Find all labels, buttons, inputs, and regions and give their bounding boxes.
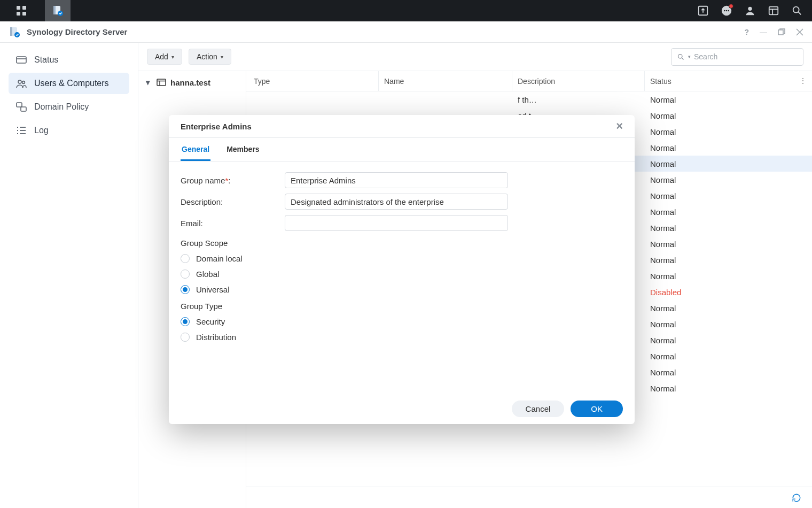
- radio-icon: [181, 254, 190, 263]
- tab-members[interactable]: Members: [225, 138, 260, 161]
- sidebar-item-label: Users & Computers: [34, 79, 109, 88]
- search-box[interactable]: ▾: [671, 48, 803, 66]
- sidebar: Status Users & Computers Domain Policy L…: [0, 43, 138, 508]
- cell-status: Normal: [645, 240, 812, 249]
- cell-status: Normal: [645, 224, 812, 233]
- dialog-title: Enterprise Admins: [181, 122, 252, 131]
- group-scope-option[interactable]: Universal: [181, 285, 623, 294]
- table-row[interactable]: f th…Normal: [246, 91, 812, 107]
- group-scope-option[interactable]: Global: [181, 270, 623, 279]
- group-scope-option[interactable]: Domain local: [181, 254, 623, 263]
- group-type-option[interactable]: Security: [181, 317, 623, 326]
- dialog-tabs: General Members: [169, 137, 635, 161]
- col-header-type[interactable]: Type: [246, 71, 379, 91]
- cell-status: Normal: [645, 95, 812, 104]
- search-system-icon[interactable]: [791, 4, 803, 17]
- group-scope-option-label: Universal: [196, 285, 230, 294]
- cancel-button[interactable]: Cancel: [512, 401, 565, 417]
- notification-dot: [729, 4, 733, 9]
- cell-status: Normal: [645, 207, 812, 217]
- group-name-label: Group name*:: [181, 176, 285, 185]
- cell-status: Normal: [645, 272, 812, 281]
- col-header-name[interactable]: Name: [379, 71, 512, 91]
- dialog-close-icon[interactable]: ×: [616, 120, 623, 132]
- tree-root-label: hanna.test: [170, 78, 210, 87]
- cell-status: Normal: [645, 304, 812, 313]
- domain-policy-icon: [16, 102, 27, 112]
- sidebar-item-domain-policy[interactable]: Domain Policy: [9, 96, 129, 118]
- cell-status: Normal: [645, 352, 812, 361]
- minimize-icon[interactable]: —: [760, 28, 767, 36]
- svg-rect-28: [17, 103, 22, 107]
- user-icon[interactable]: [744, 4, 756, 17]
- cell-status: Normal: [645, 159, 812, 168]
- dialog-footer: Cancel OK: [169, 393, 635, 424]
- radio-icon: [181, 270, 190, 279]
- system-bar: [0, 0, 812, 21]
- svg-point-9: [724, 10, 725, 12]
- upload-tray-icon[interactable]: [697, 4, 709, 17]
- cell-status: Normal: [645, 191, 812, 201]
- sidebar-item-users-computers[interactable]: Users & Computers: [9, 73, 129, 94]
- chat-icon[interactable]: [720, 4, 733, 17]
- col-header-status[interactable]: Status: [645, 71, 797, 91]
- email-input[interactable]: [285, 215, 508, 231]
- svg-rect-38: [157, 79, 166, 86]
- domain-icon: [157, 79, 166, 86]
- group-name-input[interactable]: [285, 172, 508, 188]
- cell-status: Normal: [645, 256, 812, 265]
- cell-status: Normal: [645, 320, 812, 329]
- widgets-icon[interactable]: [767, 4, 780, 17]
- column-menu-icon[interactable]: ⋮: [799, 76, 807, 85]
- dialog-body: Group name*: Description: Email: Group S…: [169, 161, 635, 393]
- search-icon: [677, 53, 685, 61]
- sidebar-item-status[interactable]: Status: [9, 49, 129, 71]
- tree-root-node[interactable]: ▾ hanna.test: [145, 75, 239, 89]
- help-icon[interactable]: ?: [744, 28, 749, 36]
- email-label: Email:: [181, 219, 285, 228]
- add-button[interactable]: Add ▾: [147, 49, 182, 65]
- svg-line-37: [682, 58, 683, 59]
- app-launcher-icon[interactable]: [9, 0, 34, 21]
- svg-point-26: [18, 80, 21, 83]
- cell-status: Normal: [645, 111, 812, 120]
- users-computers-icon: [16, 78, 27, 89]
- svg-rect-19: [10, 27, 12, 36]
- action-button-label: Action: [197, 52, 217, 61]
- svg-point-27: [22, 81, 25, 84]
- cell-status: Normal: [645, 127, 812, 136]
- dialog-header: Enterprise Admins ×: [169, 115, 635, 137]
- cell-status: Normal: [645, 384, 812, 393]
- group-type-option-label: Distribution: [196, 333, 236, 342]
- action-button[interactable]: Action ▾: [189, 49, 231, 65]
- caret-down-icon: ▾: [221, 54, 223, 60]
- toolbar: Add ▾ Action ▾ ▾: [138, 43, 812, 71]
- description-input[interactable]: [285, 194, 508, 210]
- cell-status: Normal: [645, 143, 812, 152]
- close-icon[interactable]: [796, 28, 803, 36]
- maximize-icon[interactable]: [778, 28, 785, 36]
- radio-icon: [181, 333, 190, 342]
- sidebar-item-log[interactable]: Log: [9, 120, 129, 141]
- directory-app-icon[interactable]: [45, 0, 71, 21]
- table-header: Type Name Description Status ⋮: [246, 71, 812, 91]
- svg-rect-21: [778, 30, 783, 35]
- svg-line-17: [798, 12, 801, 14]
- tab-general[interactable]: General: [181, 138, 210, 161]
- group-scope-option-label: Domain local: [196, 254, 243, 263]
- search-input[interactable]: [694, 52, 798, 61]
- radio-icon: [181, 317, 190, 326]
- sidebar-item-label: Domain Policy: [34, 102, 89, 112]
- svg-point-10: [726, 10, 728, 12]
- sidebar-item-label: Status: [34, 55, 58, 65]
- app-window-icon: [9, 26, 20, 38]
- col-header-description[interactable]: Description: [512, 71, 645, 91]
- ok-button[interactable]: OK: [571, 401, 623, 417]
- group-type-option[interactable]: Distribution: [181, 333, 623, 342]
- search-caret-icon: ▾: [688, 54, 691, 59]
- group-type-option-label: Security: [196, 317, 225, 326]
- svg-point-16: [793, 7, 799, 13]
- svg-rect-5: [53, 6, 56, 14]
- add-button-label: Add: [155, 52, 168, 61]
- refresh-icon[interactable]: [792, 493, 801, 503]
